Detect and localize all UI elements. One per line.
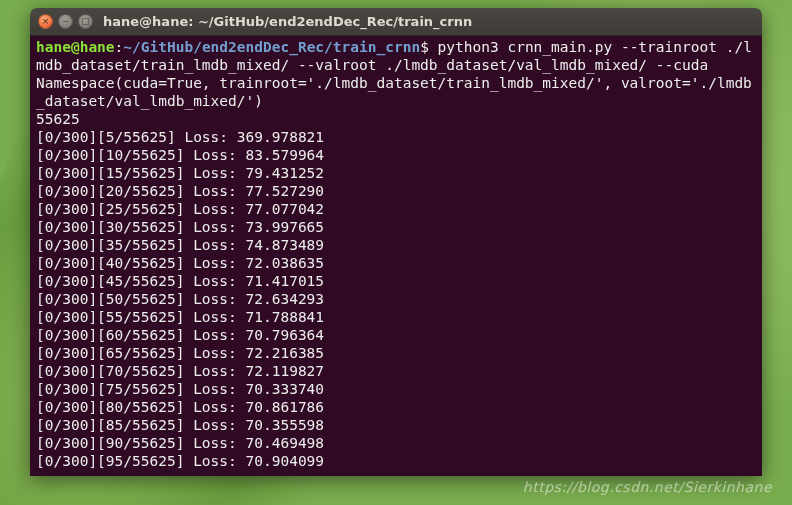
prompt-dollar: $: [420, 39, 429, 55]
prompt-user-host: hane@hane: [36, 39, 115, 55]
window-controls: × ‒ ▢: [38, 14, 93, 29]
terminal-window: × ‒ ▢ hane@hane: ~/GitHub/end2endDec_Rec…: [30, 8, 762, 476]
maximize-icon[interactable]: ▢: [78, 14, 93, 29]
window-title: hane@hane: ~/GitHub/end2endDec_Rec/train…: [103, 14, 472, 29]
close-icon[interactable]: ×: [38, 14, 53, 29]
minimize-icon[interactable]: ‒: [58, 14, 73, 29]
prompt-path: ~/GitHub/end2endDec_Rec/train_crnn: [123, 39, 420, 55]
window-titlebar[interactable]: × ‒ ▢ hane@hane: ~/GitHub/end2endDec_Rec…: [30, 8, 762, 36]
watermark-text: https://blog.csdn.net/Sierkinhane: [523, 479, 772, 495]
terminal-body[interactable]: hane@hane:~/GitHub/end2endDec_Rec/train_…: [30, 36, 762, 476]
terminal-output: Namespace(cuda=True, trainroot='./lmdb_d…: [36, 75, 752, 469]
prompt-colon: :: [115, 39, 124, 55]
